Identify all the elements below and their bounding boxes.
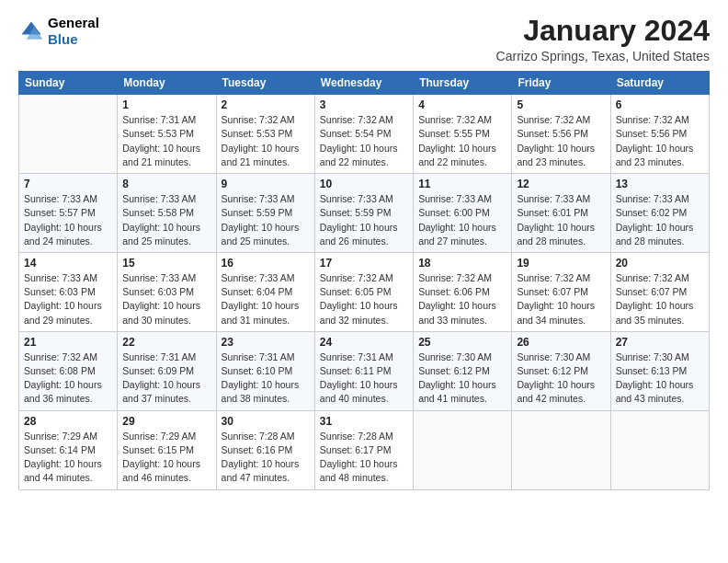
table-row: 22Sunrise: 7:31 AM Sunset: 6:09 PM Dayli… xyxy=(118,331,216,410)
logo-general: General xyxy=(48,15,99,31)
table-row xyxy=(19,95,118,174)
day-number: 19 xyxy=(517,257,605,270)
day-number: 5 xyxy=(517,98,605,111)
col-monday: Monday xyxy=(118,72,216,95)
calendar-week-row: 28Sunrise: 7:29 AM Sunset: 6:14 PM Dayli… xyxy=(19,410,710,489)
day-info: Sunrise: 7:33 AM Sunset: 6:03 PM Dayligh… xyxy=(122,271,210,327)
day-info: Sunrise: 7:33 AM Sunset: 5:58 PM Dayligh… xyxy=(122,192,210,248)
table-row: 29Sunrise: 7:29 AM Sunset: 6:15 PM Dayli… xyxy=(118,410,216,489)
table-row: 15Sunrise: 7:33 AM Sunset: 6:03 PM Dayli… xyxy=(118,252,216,331)
day-info: Sunrise: 7:32 AM Sunset: 6:07 PM Dayligh… xyxy=(517,271,605,327)
table-row: 20Sunrise: 7:32 AM Sunset: 6:07 PM Dayli… xyxy=(610,252,709,331)
calendar-week-row: 21Sunrise: 7:32 AM Sunset: 6:08 PM Dayli… xyxy=(19,331,710,410)
day-number: 6 xyxy=(616,98,704,111)
calendar-week-row: 14Sunrise: 7:33 AM Sunset: 6:03 PM Dayli… xyxy=(19,252,710,331)
table-row: 6Sunrise: 7:32 AM Sunset: 5:56 PM Daylig… xyxy=(610,95,709,174)
day-number: 8 xyxy=(122,178,210,190)
day-info: Sunrise: 7:32 AM Sunset: 5:53 PM Dayligh… xyxy=(222,113,310,169)
logo-icon xyxy=(18,18,44,44)
table-row: 26Sunrise: 7:30 AM Sunset: 6:12 PM Dayli… xyxy=(512,331,610,410)
table-row xyxy=(610,410,709,489)
day-info: Sunrise: 7:31 AM Sunset: 5:53 PM Dayligh… xyxy=(122,113,210,169)
day-number: 13 xyxy=(616,178,704,190)
day-info: Sunrise: 7:33 AM Sunset: 5:59 PM Dayligh… xyxy=(222,192,310,248)
day-number: 31 xyxy=(320,415,408,428)
day-number: 26 xyxy=(517,336,605,349)
table-row: 5Sunrise: 7:32 AM Sunset: 5:56 PM Daylig… xyxy=(512,95,610,174)
day-number: 3 xyxy=(320,98,408,111)
day-number: 11 xyxy=(418,178,506,190)
table-row: 7Sunrise: 7:33 AM Sunset: 5:57 PM Daylig… xyxy=(19,174,118,253)
day-info: Sunrise: 7:32 AM Sunset: 6:06 PM Dayligh… xyxy=(418,271,506,327)
day-number: 20 xyxy=(616,257,704,270)
col-saturday: Saturday xyxy=(610,72,709,95)
day-info: Sunrise: 7:30 AM Sunset: 6:12 PM Dayligh… xyxy=(418,350,506,407)
day-number: 2 xyxy=(222,98,310,111)
col-wednesday: Wednesday xyxy=(314,72,413,95)
day-info: Sunrise: 7:28 AM Sunset: 6:17 PM Dayligh… xyxy=(320,430,408,486)
calendar-week-row: 7Sunrise: 7:33 AM Sunset: 5:57 PM Daylig… xyxy=(19,174,710,253)
col-tuesday: Tuesday xyxy=(216,72,314,95)
day-info: Sunrise: 7:33 AM Sunset: 5:59 PM Dayligh… xyxy=(320,192,408,248)
day-number: 12 xyxy=(517,178,605,190)
day-number: 17 xyxy=(320,257,408,270)
day-info: Sunrise: 7:31 AM Sunset: 6:10 PM Dayligh… xyxy=(222,350,310,407)
day-number: 18 xyxy=(418,257,506,270)
col-friday: Friday xyxy=(512,72,610,95)
day-info: Sunrise: 7:32 AM Sunset: 5:56 PM Dayligh… xyxy=(616,113,704,169)
day-number: 15 xyxy=(122,257,210,270)
day-number: 27 xyxy=(616,336,704,349)
day-info: Sunrise: 7:32 AM Sunset: 6:05 PM Dayligh… xyxy=(320,271,408,327)
day-info: Sunrise: 7:33 AM Sunset: 5:57 PM Dayligh… xyxy=(24,192,112,248)
table-row: 25Sunrise: 7:30 AM Sunset: 6:12 PM Dayli… xyxy=(414,331,512,410)
table-row: 19Sunrise: 7:32 AM Sunset: 6:07 PM Dayli… xyxy=(512,252,610,331)
col-sunday: Sunday xyxy=(19,72,118,95)
day-number: 14 xyxy=(24,257,112,270)
day-info: Sunrise: 7:32 AM Sunset: 5:56 PM Dayligh… xyxy=(517,113,605,169)
day-info: Sunrise: 7:30 AM Sunset: 6:12 PM Dayligh… xyxy=(517,350,605,407)
table-row: 2Sunrise: 7:32 AM Sunset: 5:53 PM Daylig… xyxy=(216,95,314,174)
day-info: Sunrise: 7:29 AM Sunset: 6:15 PM Dayligh… xyxy=(122,430,210,486)
table-row xyxy=(512,410,610,489)
day-number: 7 xyxy=(24,178,112,190)
day-number: 30 xyxy=(222,415,310,428)
day-number: 29 xyxy=(122,415,210,428)
day-number: 4 xyxy=(418,98,506,111)
table-row: 21Sunrise: 7:32 AM Sunset: 6:08 PM Dayli… xyxy=(19,331,118,410)
day-info: Sunrise: 7:29 AM Sunset: 6:14 PM Dayligh… xyxy=(24,430,112,486)
table-row: 24Sunrise: 7:31 AM Sunset: 6:11 PM Dayli… xyxy=(314,331,413,410)
day-info: Sunrise: 7:33 AM Sunset: 6:04 PM Dayligh… xyxy=(222,271,310,327)
day-number: 1 xyxy=(122,98,210,111)
day-info: Sunrise: 7:33 AM Sunset: 6:03 PM Dayligh… xyxy=(24,271,112,327)
day-info: Sunrise: 7:30 AM Sunset: 6:13 PM Dayligh… xyxy=(616,350,704,407)
table-row: 13Sunrise: 7:33 AM Sunset: 6:02 PM Dayli… xyxy=(610,174,709,253)
sub-title: Carrizo Springs, Texas, United States xyxy=(496,49,710,63)
day-info: Sunrise: 7:31 AM Sunset: 6:09 PM Dayligh… xyxy=(122,350,210,407)
table-row: 11Sunrise: 7:33 AM Sunset: 6:00 PM Dayli… xyxy=(414,174,512,253)
col-thursday: Thursday xyxy=(414,72,512,95)
day-info: Sunrise: 7:31 AM Sunset: 6:11 PM Dayligh… xyxy=(320,350,408,407)
day-number: 28 xyxy=(24,415,112,428)
table-row: 4Sunrise: 7:32 AM Sunset: 5:55 PM Daylig… xyxy=(414,95,512,174)
table-row: 14Sunrise: 7:33 AM Sunset: 6:03 PM Dayli… xyxy=(19,252,118,331)
day-number: 25 xyxy=(418,336,506,349)
day-info: Sunrise: 7:32 AM Sunset: 6:08 PM Dayligh… xyxy=(24,350,112,407)
logo: General Blue xyxy=(18,15,99,48)
page: General Blue January 2024 Carrizo Spring… xyxy=(0,0,728,501)
day-number: 24 xyxy=(320,336,408,349)
table-row: 17Sunrise: 7:32 AM Sunset: 6:05 PM Dayli… xyxy=(314,252,413,331)
day-info: Sunrise: 7:33 AM Sunset: 6:00 PM Dayligh… xyxy=(418,192,506,248)
logo-blue: Blue xyxy=(48,31,99,48)
day-number: 23 xyxy=(222,336,310,349)
day-info: Sunrise: 7:32 AM Sunset: 6:07 PM Dayligh… xyxy=(616,271,704,327)
logo-text: General Blue xyxy=(48,15,99,48)
calendar-header-row: Sunday Monday Tuesday Wednesday Thursday… xyxy=(19,72,710,95)
day-info: Sunrise: 7:33 AM Sunset: 6:02 PM Dayligh… xyxy=(616,192,704,248)
table-row: 16Sunrise: 7:33 AM Sunset: 6:04 PM Dayli… xyxy=(216,252,314,331)
calendar: Sunday Monday Tuesday Wednesday Thursday… xyxy=(18,71,710,489)
day-number: 9 xyxy=(222,178,310,190)
main-title: January 2024 xyxy=(496,15,710,47)
day-number: 10 xyxy=(320,178,408,190)
table-row: 18Sunrise: 7:32 AM Sunset: 6:06 PM Dayli… xyxy=(414,252,512,331)
day-number: 16 xyxy=(222,257,310,270)
